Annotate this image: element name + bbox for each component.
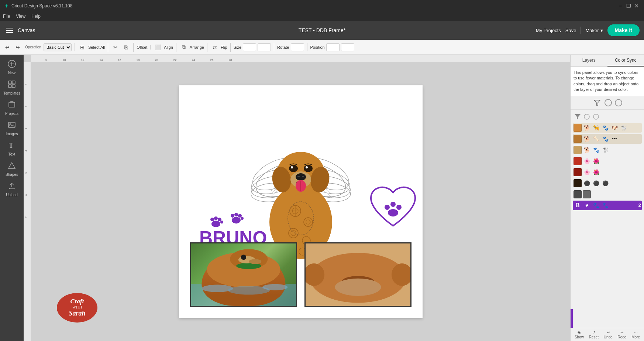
select-all-button[interactable]: ⊞ [78,43,87,52]
dark-icon-1[interactable]: ⚫ [583,179,591,187]
canvas-area[interactable]: 8 10 12 14 16 18 20 22 24 26 28 1 2 3 4 … [24,55,570,341]
sidebar-item-templates[interactable]: Templates [1,78,22,98]
color-swatch-orange2[interactable] [574,135,582,143]
filter-circle-1[interactable] [605,99,612,106]
my-projects-button[interactable]: My Projects [536,28,561,33]
undo-button[interactable]: ↩ [3,43,12,52]
red1-icon-2[interactable]: 🌺 [592,157,600,165]
edit-copy-button[interactable]: ⎘ [121,43,130,52]
offset-group: Offset [137,45,151,50]
dog-icon-2[interactable]: 🦮 [592,124,600,132]
tab-color-sync[interactable]: Color Sync [607,55,644,67]
purple-B-icon[interactable]: B [574,201,582,209]
tan-icon-2[interactable]: 🐾 [592,146,600,154]
svg-point-76 [238,214,242,218]
photo1-svg [191,243,296,306]
sidebar-item-upload[interactable]: Upload [1,180,22,199]
position-y-input[interactable] [341,43,354,51]
color-swatch-orange1[interactable] [574,124,582,132]
maker-button[interactable]: Maker ▾ [585,28,603,33]
ruler-mark: 26 [210,58,214,62]
filter-funnel-icon[interactable] [593,98,602,107]
color-row-purple: B ♥ 🐾 🐾 2 [573,201,642,210]
filter-circle-2[interactable] [615,99,622,106]
dog-icon-4[interactable]: 🐶 [610,124,619,132]
purple-heart-icon[interactable]: ♥ [583,201,591,209]
app-title: Cricut Design Space v6.11.108 [11,3,72,8]
tan-icon-3[interactable]: 🐩 [601,146,609,154]
secondary-toolbar: ↩ ↪ Operation Basic Cut ⊞ Select All ✂ ⎘… [0,40,644,55]
align-button[interactable]: ⬜ [154,43,162,52]
operation-select[interactable]: Basic Cut [44,43,72,51]
svg-point-63 [385,205,390,210]
sidebar-item-shapes[interactable]: Shapes [1,159,22,179]
tab-layers[interactable]: Layers [571,55,607,67]
title-bar: ✦ Cricut Design Space v6.11.108 − ❐ ✕ [0,0,644,12]
close-button[interactable]: ✕ [634,3,640,9]
dog-body-2[interactable]: 🦴 [592,135,600,143]
ruler-mark: 24 [192,58,195,62]
sidebar-item-new[interactable]: New [1,58,22,77]
more-button[interactable]: ⋯ More [631,330,640,339]
dog-body-3[interactable]: 🐾 [601,135,609,143]
color-swatch-gray1[interactable] [574,190,582,198]
dark-icon-2[interactable]: ⚫ [592,179,600,187]
red2-icon-2[interactable]: 🌺 [592,168,600,176]
panel-redo-button[interactable]: ↪ Redo [618,330,627,339]
edit-button[interactable]: ✂ [111,43,120,52]
show-button[interactable]: ◉ Show [575,330,584,339]
make-it-button[interactable]: Make It [607,24,640,36]
purple-paw2-icon[interactable]: 🐾 [601,201,609,209]
dog-icon-3[interactable]: 🐾 [601,124,609,132]
arrange-group: ⧉ Arrange [179,43,207,52]
dark-icon-3[interactable]: ⚫ [601,179,609,187]
arrange-label: Arrange [190,45,204,50]
dog-body-1[interactable]: 🐕 [583,135,591,143]
color-swatch-gray2[interactable] [583,190,591,198]
photo-frame-1[interactable] [190,242,297,307]
align-group: ⬜ Align [154,43,176,52]
svg-text:1: 1 [25,83,28,85]
position-x-input[interactable] [326,43,340,51]
size-w-input[interactable] [243,43,256,51]
red1-icon-1[interactable]: 🌸 [583,157,591,165]
color-swatch-dark[interactable] [574,179,582,187]
tan-icon-1[interactable]: 🐕 [583,146,591,154]
purple-paw1-icon[interactable]: 🐾 [592,201,600,209]
text-icon: T [8,141,16,151]
sidebar-item-projects[interactable]: Projects [1,98,22,118]
restore-button[interactable]: ❐ [626,3,631,9]
rotate-label: Rotate [277,45,289,50]
sidebar-item-text[interactable]: T Text [1,139,22,158]
svg-marker-95 [594,100,600,105]
panel-undo-button[interactable]: ↩ Undo [604,330,613,339]
dog-icon-1[interactable]: 🐕 [583,124,591,132]
save-button[interactable]: Save [565,28,576,33]
minimize-button[interactable]: − [617,3,623,9]
dog-tail-icon[interactable]: 〜 [610,135,619,143]
svg-rect-4 [12,81,15,84]
window-controls[interactable]: − ❐ ✕ [617,3,640,9]
hamburger-menu[interactable] [4,25,15,35]
more-label: More [631,335,640,339]
arrange-button[interactable]: ⧉ [179,43,188,52]
redo-button[interactable]: ↪ [13,43,22,52]
rotate-input[interactable] [291,43,304,51]
size-h-input[interactable] [258,43,271,51]
color-swatch-red2[interactable] [574,168,582,176]
flip-button[interactable]: ⇄ [210,43,219,52]
menu-view[interactable]: View [16,14,25,19]
menu-file[interactable]: File [3,14,10,19]
dog-icon-5[interactable]: 🐩 [620,124,628,132]
reset-button[interactable]: ↺ Reset [589,330,599,339]
design-canvas[interactable]: BRUNO 2010 - 2021 [179,85,423,318]
photo-frame-2[interactable] [304,242,411,307]
sidebar-item-images[interactable]: Images [1,119,22,138]
circle-empty-2[interactable] [592,113,600,121]
canvas-content[interactable]: BRUNO 2010 - 2021 [31,62,570,341]
red2-icon-1[interactable]: 🌸 [583,168,591,176]
color-swatch-red1[interactable] [574,157,582,165]
color-swatch-tan[interactable] [574,146,582,154]
menu-help[interactable]: Help [31,14,41,19]
circle-empty-1[interactable] [583,113,591,121]
